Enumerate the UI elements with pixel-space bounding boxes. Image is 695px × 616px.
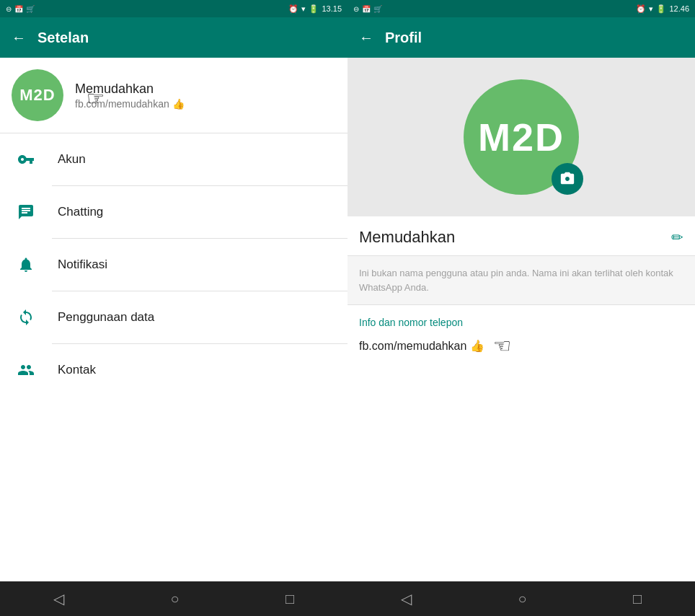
status-bar-right: ⊖ 📅 🛒 ⏰ ▾ 🔋 12.46	[348, 0, 695, 17]
battery-icon: 🔋	[309, 4, 319, 14]
phone-value-row: fb.com/memudahkan 👍 ☜	[359, 334, 683, 358]
menu-item-chatting[interactable]: Chatting	[0, 186, 348, 238]
info-box: Ini bukan nama pengguna atau pin anda. N…	[348, 256, 695, 305]
nav-back-left[interactable]: ◁	[53, 590, 64, 607]
status-right-left: ⏰ ▾ 🔋 13.15	[288, 4, 342, 14]
big-avatar-text: M2D	[478, 115, 565, 159]
battery-icon-r: 🔋	[656, 4, 666, 14]
profile-name-right: Memudahkan	[359, 228, 455, 247]
profile-name: Memudahkan	[75, 82, 336, 97]
info-text: Ini bukan nama pengguna atau pin anda. N…	[359, 268, 673, 293]
calendar-icon-r: 📅	[362, 5, 371, 13]
status-right-right: ⏰ ▾ 🔋 12.46	[636, 4, 689, 14]
menu-item-kontak[interactable]: Kontak	[0, 344, 348, 396]
wifi-icon: ▾	[301, 4, 306, 14]
back-button-right[interactable]: ←	[359, 30, 373, 46]
menu-item-data[interactable]: Penggunaan data	[0, 291, 348, 343]
nav-home-right[interactable]: ○	[518, 591, 526, 607]
menu-label-data: Penggunaan data	[58, 310, 154, 325]
status-icons-right: ⊖ 📅 🛒	[353, 5, 382, 13]
profile-section[interactable]: M2D Memudahkan fb.com/memudahkan 👍 ☞	[0, 58, 348, 133]
profile-status: fb.com/memudahkan 👍	[75, 98, 336, 110]
phone-value: fb.com/memudahkan 👍	[359, 339, 484, 353]
cursor-icon: ☞	[87, 87, 105, 110]
menu-item-akun[interactable]: Akun	[0, 133, 348, 185]
people-icon	[12, 356, 40, 384]
hand-cursor-icon: ☜	[493, 334, 511, 358]
time-right: 12.46	[669, 4, 689, 13]
camera-button[interactable]	[552, 163, 583, 195]
profile-info: Memudahkan fb.com/memudahkan 👍	[75, 82, 336, 110]
right-toolbar: ← Profil	[348, 17, 695, 58]
pause-icon: ⊖	[6, 5, 12, 13]
nav-bar-right: ◁ ○ □	[348, 581, 695, 616]
wifi-icon-r: ▾	[649, 4, 653, 14]
right-screen: ⊖ 📅 🛒 ⏰ ▾ 🔋 12.46 ← Profil M2D Memudahka…	[348, 0, 695, 616]
nav-bar-left: ◁ ○ □	[0, 581, 348, 616]
left-toolbar: ← Setelan	[0, 17, 348, 58]
page-title-right: Profil	[385, 30, 422, 46]
menu-item-notifikasi[interactable]: Notifikasi	[0, 239, 348, 291]
phone-label[interactable]: Info dan nomor telepon	[359, 317, 683, 328]
profile-header: M2D	[348, 58, 695, 216]
left-screen: ⊖ 📅 🛒 ⏰ ▾ 🔋 13.15 ← Setelan M2D Memudahk…	[0, 0, 348, 616]
menu-label-chatting: Chatting	[58, 205, 103, 219]
key-icon	[12, 145, 40, 174]
nav-recent-right[interactable]: □	[633, 591, 642, 607]
chat-icon	[12, 198, 40, 226]
pause-icon-r: ⊖	[353, 5, 359, 13]
menu-label-notifikasi: Notifikasi	[58, 258, 107, 272]
time-left: 13.15	[322, 4, 342, 13]
avatar: M2D	[12, 69, 63, 121]
status-bar-left: ⊖ 📅 🛒 ⏰ ▾ 🔋 13.15	[0, 0, 348, 17]
nav-recent-left[interactable]: □	[285, 591, 294, 607]
phone-section: Info dan nomor telepon fb.com/memudahkan…	[348, 305, 695, 364]
edit-icon[interactable]: ✏	[671, 229, 683, 246]
sync-icon	[12, 303, 40, 332]
alarm-icon: ⏰	[288, 4, 298, 14]
alarm-icon-r: ⏰	[636, 4, 646, 14]
page-title-left: Setelan	[37, 30, 89, 46]
status-icons-left: ⊖ 📅 🛒	[6, 5, 35, 13]
bell-icon	[12, 250, 40, 279]
avatar-text: M2D	[19, 86, 55, 105]
back-button-left[interactable]: ←	[12, 30, 26, 46]
bag-icon-r: 🛒	[373, 5, 382, 13]
name-section: Memudahkan ✏	[348, 216, 695, 256]
nav-back-right[interactable]: ◁	[401, 590, 412, 607]
nav-home-left[interactable]: ○	[170, 591, 179, 607]
menu-label-kontak: Kontak	[58, 363, 96, 377]
calendar-icon: 📅	[14, 5, 23, 13]
menu-label-akun: Akun	[58, 152, 86, 167]
bag-icon: 🛒	[26, 5, 35, 13]
